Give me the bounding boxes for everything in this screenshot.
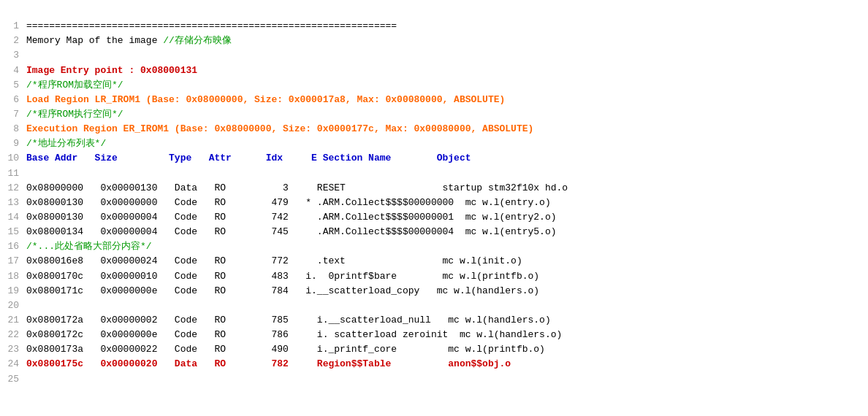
text-segment: 0x0800172a 0x00000002 Code RO 785 i.__sc… (26, 315, 551, 326)
line-text: 0x0800175c 0x00000020 Data RO 782 Region… (26, 357, 862, 371)
line-text: 0x0800173a 0x00000022 Code RO 490 i._pri… (26, 342, 862, 357)
line-number: 3 (6, 48, 26, 63)
line-text: Memory Map of the image //存储分布映像 (26, 34, 862, 48)
text-segment: 0x0800171c 0x0000000e Code RO 784 i.__sc… (26, 285, 539, 296)
text-segment: 0x0800172c 0x0000000e Code RO 786 i. sca… (26, 329, 562, 340)
line-number: 5 (6, 78, 26, 93)
line-text: 0x08000134 0x00000004 Code RO 745 .ARM.C… (26, 225, 862, 239)
code-line: 5/*程序ROM加载空间*/ (6, 78, 862, 93)
code-line: 150x08000134 0x00000004 Code RO 745 .ARM… (6, 225, 862, 239)
line-number: 24 (6, 357, 26, 371)
line-text: 0x0800170c 0x00000010 Code RO 483 i. 0pr… (26, 269, 862, 284)
line-number: 19 (6, 284, 26, 298)
text-segment: Image Entry point : 0x08000131 (26, 65, 197, 76)
line-number: 25 (6, 372, 26, 387)
line-text: Load Region LR_IROM1 (Base: 0x08000000, … (26, 93, 862, 107)
line-number: 4 (6, 63, 26, 78)
line-text: ========================================… (26, 19, 862, 34)
line-text: 0x080016e8 0x00000024 Code RO 772 .text … (26, 254, 862, 269)
line-number: 14 (6, 210, 26, 225)
code-line: 20 (6, 298, 862, 313)
text-segment: 0x08000130 0x00000004 Code RO 742 .ARM.C… (26, 212, 557, 223)
code-line: 4Image Entry point : 0x08000131 (6, 63, 862, 78)
line-text: Execution Region ER_IROM1 (Base: 0x08000… (26, 122, 862, 136)
text-segment: 0x08000134 0x00000004 Code RO 745 .ARM.C… (26, 226, 557, 237)
line-number: 12 (6, 181, 26, 196)
text-segment: Execution Region ER_IROM1 (Base: 0x08000… (26, 123, 533, 134)
line-number: 17 (6, 254, 26, 269)
text-segment: /*地址分布列表*/ (26, 138, 106, 149)
text-segment: Memory Map of the image (26, 35, 163, 46)
line-number: 6 (6, 93, 26, 107)
line-text: 0x0800171c 0x0000000e Code RO 784 i.__sc… (26, 284, 862, 298)
code-line: 1=======================================… (6, 19, 862, 34)
line-number: 1 (6, 19, 26, 34)
text-segment: //存储分布映像 (163, 35, 232, 46)
text-segment: /*程序ROM执行空间*/ (26, 109, 123, 120)
line-number: 15 (6, 225, 26, 239)
code-line: 16/*...此处省略大部分内容*/ (6, 239, 862, 254)
code-line: 220x0800172c 0x0000000e Code RO 786 i. s… (6, 328, 862, 342)
line-text: 0x08000130 0x00000004 Code RO 742 .ARM.C… (26, 210, 862, 225)
line-text: Base Addr Size Type Attr Idx E Section N… (26, 151, 862, 166)
text-segment: /*...此处省略大部分内容*/ (26, 241, 152, 252)
line-number: 23 (6, 342, 26, 357)
code-line: 6Load Region LR_IROM1 (Base: 0x08000000,… (6, 93, 862, 107)
code-line: 25 (6, 372, 862, 387)
line-text (26, 48, 862, 63)
line-text: /*程序ROM加载空间*/ (26, 78, 862, 93)
code-line: 8Execution Region ER_IROM1 (Base: 0x0800… (6, 122, 862, 136)
code-line: 230x0800173a 0x00000022 Code RO 490 i._p… (6, 342, 862, 357)
code-line: 9/*地址分布列表*/ (6, 136, 862, 151)
text-segment: ========================================… (26, 20, 397, 31)
code-line: 3 (6, 48, 862, 63)
text-segment: Base Addr Size Type Attr Idx E Section N… (26, 153, 471, 163)
line-number: 16 (6, 239, 26, 254)
code-line: 130x08000130 0x00000000 Code RO 479 * .A… (6, 196, 862, 210)
code-line: 240x0800175c 0x00000020 Data RO 782 Regi… (6, 357, 862, 371)
line-text: 0x0800172c 0x0000000e Code RO 786 i. sca… (26, 328, 862, 342)
text-segment: 0x08000130 0x00000000 Code RO 479 * .ARM… (26, 197, 551, 208)
text-segment: 0x08000000 0x00000130 Data RO 3 RESET st… (26, 182, 568, 193)
code-line: 120x08000000 0x00000130 Data RO 3 RESET … (6, 181, 862, 196)
line-number: 20 (6, 298, 26, 313)
code-line: 11 (6, 166, 862, 181)
line-number: 22 (6, 328, 26, 342)
text-segment: 0x0800173a 0x00000022 Code RO 490 i._pri… (26, 344, 545, 355)
code-line: 210x0800172a 0x00000002 Code RO 785 i.__… (6, 313, 862, 328)
text-segment: 0x080016e8 0x00000024 Code RO 772 .text … (26, 255, 522, 266)
code-line: 140x08000130 0x00000004 Code RO 742 .ARM… (6, 210, 862, 225)
code-line: 10Base Addr Size Type Attr Idx E Section… (6, 151, 862, 166)
line-text (26, 372, 862, 387)
code-line: 190x0800171c 0x0000000e Code RO 784 i.__… (6, 284, 862, 298)
line-number: 11 (6, 166, 26, 181)
line-text: 0x08000000 0x00000130 Data RO 3 RESET st… (26, 181, 862, 196)
line-number: 2 (6, 34, 26, 48)
text-segment: /*程序ROM加载空间*/ (26, 80, 123, 90)
line-number: 7 (6, 107, 26, 122)
code-block: 1=======================================… (0, 3, 868, 388)
line-number: 21 (6, 313, 26, 328)
line-number: 8 (6, 122, 26, 136)
line-number: 9 (6, 136, 26, 151)
code-line: 7/*程序ROM执行空间*/ (6, 107, 862, 122)
line-number: 13 (6, 196, 26, 210)
text-segment: Load Region LR_IROM1 (Base: 0x08000000, … (26, 94, 505, 105)
text-segment: 0x0800170c 0x00000010 Code RO 483 i. 0pr… (26, 271, 539, 282)
line-text: 0x0800172a 0x00000002 Code RO 785 i.__sc… (26, 313, 862, 328)
line-text: /*...此处省略大部分内容*/ (26, 239, 862, 254)
line-number: 10 (6, 151, 26, 166)
line-text (26, 298, 862, 313)
line-number: 18 (6, 269, 26, 284)
line-text: 0x08000130 0x00000000 Code RO 479 * .ARM… (26, 196, 862, 210)
code-line: 180x0800170c 0x00000010 Code RO 483 i. 0… (6, 269, 862, 284)
line-text: Image Entry point : 0x08000131 (26, 63, 862, 78)
text-segment: 0x0800175c 0x00000020 Data RO 782 Region… (26, 358, 511, 369)
code-line: 170x080016e8 0x00000024 Code RO 772 .tex… (6, 254, 862, 269)
code-line: 2Memory Map of the image //存储分布映像 (6, 34, 862, 48)
line-text (26, 166, 862, 181)
line-text: /*程序ROM执行空间*/ (26, 107, 862, 122)
line-text: /*地址分布列表*/ (26, 136, 862, 151)
